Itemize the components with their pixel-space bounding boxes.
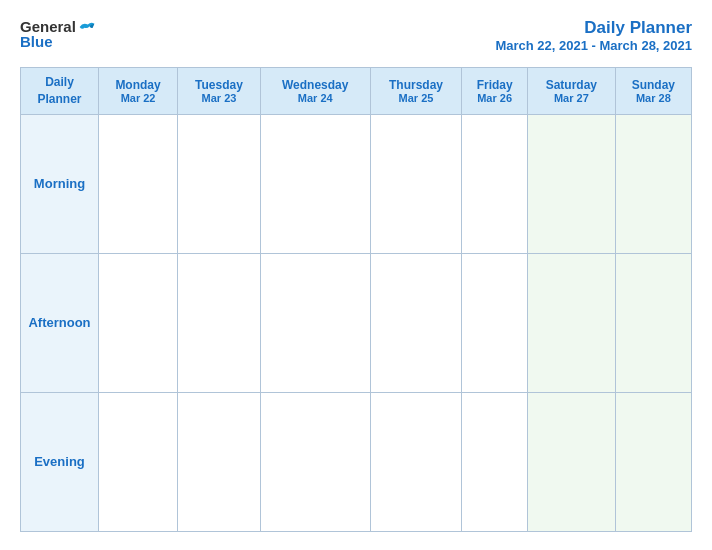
cell-evening-monday[interactable]: [99, 392, 178, 531]
col-header-saturday: Saturday Mar 27: [527, 68, 615, 115]
logo-blue-text: Blue: [20, 33, 53, 50]
header-row: Daily Planner Monday Mar 22 Tuesday Mar …: [21, 68, 692, 115]
row-evening: Evening: [21, 392, 692, 531]
cell-afternoon-monday[interactable]: [99, 253, 178, 392]
page-title: Daily Planner: [495, 18, 692, 38]
col-header-wednesday: Wednesday Mar 24: [260, 68, 370, 115]
time-label-morning: Morning: [21, 114, 99, 253]
cell-afternoon-wednesday[interactable]: [260, 253, 370, 392]
cell-evening-friday[interactable]: [462, 392, 528, 531]
col-header-label: Daily Planner: [21, 68, 99, 115]
cell-evening-saturday[interactable]: [527, 392, 615, 531]
cell-evening-thursday[interactable]: [370, 392, 462, 531]
row-afternoon: Afternoon: [21, 253, 692, 392]
time-label-evening: Evening: [21, 392, 99, 531]
page-header: General Blue Daily Planner March 22, 202…: [20, 18, 692, 53]
col-header-thursday: Thursday Mar 25: [370, 68, 462, 115]
cell-morning-wednesday[interactable]: [260, 114, 370, 253]
logo-bird-icon: [78, 20, 96, 34]
col-header-friday: Friday Mar 26: [462, 68, 528, 115]
cell-afternoon-tuesday[interactable]: [178, 253, 261, 392]
calendar-table: Daily Planner Monday Mar 22 Tuesday Mar …: [20, 67, 692, 532]
title-block: Daily Planner March 22, 2021 - March 28,…: [495, 18, 692, 53]
cell-morning-sunday[interactable]: [615, 114, 691, 253]
cell-afternoon-sunday[interactable]: [615, 253, 691, 392]
col-header-monday: Monday Mar 22: [99, 68, 178, 115]
cell-morning-monday[interactable]: [99, 114, 178, 253]
cell-afternoon-thursday[interactable]: [370, 253, 462, 392]
cell-morning-saturday[interactable]: [527, 114, 615, 253]
cell-evening-tuesday[interactable]: [178, 392, 261, 531]
cell-afternoon-saturday[interactable]: [527, 253, 615, 392]
col-header-sunday: Sunday Mar 28: [615, 68, 691, 115]
date-range: March 22, 2021 - March 28, 2021: [495, 38, 692, 53]
cell-evening-sunday[interactable]: [615, 392, 691, 531]
row-morning: Morning: [21, 114, 692, 253]
cell-morning-thursday[interactable]: [370, 114, 462, 253]
col-header-tuesday: Tuesday Mar 23: [178, 68, 261, 115]
cell-morning-tuesday[interactable]: [178, 114, 261, 253]
cell-evening-wednesday[interactable]: [260, 392, 370, 531]
logo: General Blue: [20, 18, 96, 50]
time-label-afternoon: Afternoon: [21, 253, 99, 392]
cell-afternoon-friday[interactable]: [462, 253, 528, 392]
cell-morning-friday[interactable]: [462, 114, 528, 253]
